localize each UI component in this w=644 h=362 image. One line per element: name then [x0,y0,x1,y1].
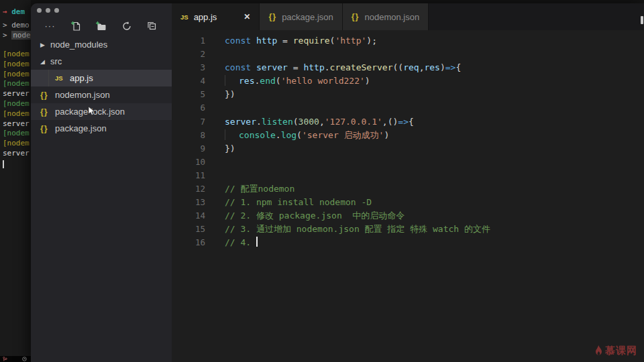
tree-item-package-json[interactable]: {}package.json [31,120,172,137]
terminal-cursor [3,160,4,168]
more-actions-icon[interactable]: ··· [44,21,56,32]
tab-package-json[interactable]: {}package.json [260,3,342,30]
line-number: 6 [172,101,205,115]
file-label: src [50,56,62,66]
indent-guide [225,75,239,86]
file-label: nodemon.json [55,90,110,100]
tree-item-package-lock-json[interactable]: {}package-lock.json [31,103,172,120]
terminal-log-line: server [3,119,30,129]
line-number: 7 [172,115,205,129]
explorer-toolbar: ··· [31,18,172,34]
code-line-12[interactable]: // 配置nodemon [225,182,490,196]
code-editor[interactable]: 12345678910111213141516 const http = req… [172,30,644,362]
token: => [398,117,409,127]
token: server [225,117,256,127]
code-line-13[interactable]: // 1. npm install nodemon -D [225,196,490,209]
tab-nodemon-json[interactable]: {}nodemon.json [343,3,429,30]
tree-item-node-modules[interactable]: ▶node_modules [31,36,172,53]
editor-main: JSapp.js✕{}package.json{}nodemon.json 12… [172,3,644,362]
token: log [281,130,297,140]
token: ,() [382,117,398,127]
new-file-icon[interactable] [70,21,81,32]
file-tree: ▶node_modules◢srcJSapp.js{}nodemon.json{… [31,36,172,137]
terminal-prompt: → dem [3,7,25,17]
code-line-11[interactable] [225,169,490,182]
background-statusbar [0,356,31,362]
code-line-4[interactable]: res.end('hello world222') [225,74,490,88]
token: ( [276,76,281,86]
token: 'server 启动成功' [302,130,384,140]
close-tab-icon[interactable]: ✕ [244,12,250,21]
token: 3000 [299,117,319,127]
line-number: 4 [172,74,205,88]
json-file-icon: {} [40,124,55,133]
token: , [319,117,325,127]
tab-label: nodemon.json [364,12,419,22]
token: { [455,62,461,72]
terminal-log-line: [nodem [3,129,30,139]
refresh-icon[interactable] [121,21,132,32]
token: // 2. 修改 package.json 中的启动命令 [225,210,405,221]
tree-item-nodemon-json[interactable]: {}nodemon.json [31,86,172,103]
terminal-log-line: [nodem [3,50,30,60]
token: listen [262,117,293,127]
token: ) [365,76,370,86]
code-line-8[interactable]: console.log('server 启动成功') [225,129,490,142]
window-close-button[interactable] [37,8,42,13]
token: => [445,62,456,72]
collapse-folders-icon[interactable] [146,21,158,32]
code-line-16[interactable]: // 4. [225,236,490,249]
line-number: 5 [172,88,205,101]
token: ( [293,117,299,127]
token: ( [297,130,302,140]
token: res [239,76,254,86]
window-minimize-button[interactable] [46,8,50,13]
code-line-1[interactable]: const http = require('http'); [225,34,490,48]
token: end [260,76,275,86]
json-file-icon: {} [40,107,55,117]
code-line-14[interactable]: // 2. 修改 package.json 中的启动命令 [225,209,490,223]
tree-item-app-js[interactable]: JSapp.js [31,70,172,86]
token: console [239,130,276,140]
file-label: app.js [70,73,93,83]
code-line-3[interactable]: const server = http.createServer((req,re… [225,61,490,74]
tab-label: package.json [282,12,333,22]
token: // 配置nodemon [225,184,294,194]
token: '127.0.0.1' [325,117,382,127]
json-file-icon: {} [352,12,360,21]
line-number: 13 [172,196,205,209]
line-number: 10 [172,156,205,169]
code-line-6[interactable] [225,101,490,115]
explorer-sidebar: ··· [31,3,172,362]
window-controls [31,3,172,16]
terminal-log-line: [nodem [3,60,30,70]
file-label: node_modules [50,40,107,50]
json-file-icon: {} [40,90,55,100]
line-number: 14 [172,209,205,223]
json-file-icon: {} [268,12,276,21]
chevron-right-icon: ▶ [40,42,50,48]
token: createServer [330,62,393,72]
token: const [225,36,251,46]
token: (( [392,62,403,72]
code-line-5[interactable]: }) [225,88,490,101]
code-line-9[interactable]: }) [225,142,490,156]
code-line-15[interactable]: // 3. 通过增加 nodemon.json 配置 指定 特殊 watch 的… [225,223,490,236]
code-line-2[interactable] [225,48,490,61]
background-terminal: → dem > demo> node [nodem[nodem[nodem[no… [0,0,31,356]
tab-app-js[interactable]: JSapp.js✕ [172,3,260,30]
terminal-log-line: [nodem [3,79,30,89]
window-maximize-button[interactable] [54,8,59,13]
watermark-text: 慕课网 [605,345,637,357]
terminal-history-line: > demo [3,21,31,31]
terminal-log-line: server [3,149,30,159]
code-line-10[interactable] [225,156,490,169]
line-number: 16 [172,236,205,249]
new-folder-icon[interactable] [95,21,107,32]
token [251,36,256,46]
terminal-log-line: [nodem [3,70,30,80]
tree-item-src[interactable]: ◢src [31,53,172,70]
token: 'http' [335,36,366,46]
code-line-7[interactable]: server.listen(3000,'127.0.0.1',()=>{ [225,115,490,129]
js-file-icon: JS [55,74,70,82]
